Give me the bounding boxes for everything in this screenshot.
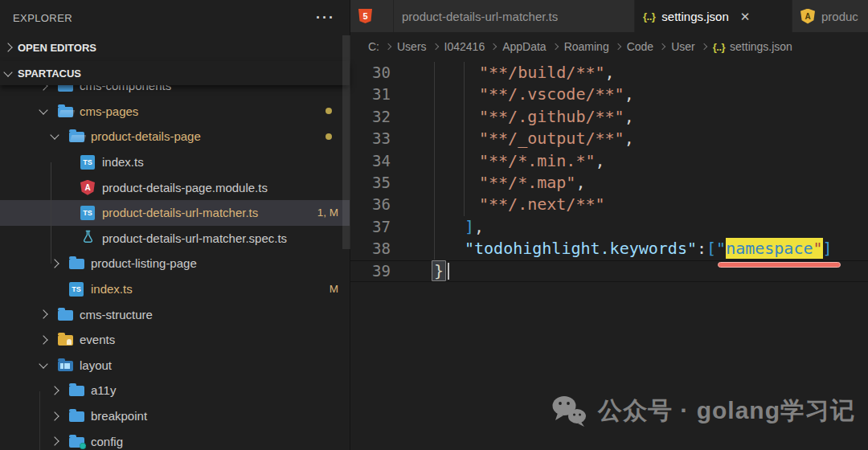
tab-label: produc — [821, 10, 858, 23]
code-token: , — [624, 84, 634, 104]
tree-chevron[interactable] — [36, 85, 51, 89]
tree-item-config[interactable]: config — [0, 428, 350, 450]
tree-item-cms-structure[interactable]: cms-structure — [0, 301, 350, 327]
typescript-icon: TS — [69, 282, 84, 297]
breadcrumb-item-C[interactable]: C: — [368, 40, 379, 53]
git-status-badge: 1, M — [317, 207, 338, 219]
tree-item-events[interactable]: events — [0, 327, 350, 353]
breadcrumb-item-User[interactable]: User — [671, 40, 695, 53]
breadcrumb-item-I042416[interactable]: I042416 — [444, 40, 485, 53]
section-open-editors[interactable]: OPEN EDITORS — [0, 35, 350, 59]
more-actions-icon[interactable]: ··· — [316, 14, 335, 22]
code-editor[interactable]: 30"**/build/**",31"**/.vscode/**",32"**/… — [350, 61, 868, 450]
chevron-right-icon — [39, 335, 47, 344]
code-line-30[interactable]: 30"**/build/**", — [350, 62, 868, 84]
line-number: 37 — [350, 216, 397, 238]
breadcrumb-item-Code[interactable]: Code — [627, 40, 653, 53]
tree-chevron[interactable] — [36, 337, 51, 343]
tab-produc[interactable]: Aproduc — [792, 0, 868, 32]
wechat-icon — [550, 394, 588, 428]
code-line-32[interactable]: 32"**/.github/**", — [350, 106, 868, 128]
code-line-content: "**/.vscode/**", — [397, 84, 634, 105]
tree-item-cms-pages[interactable]: cms-pages — [0, 99, 350, 125]
tree-chevron[interactable] — [36, 311, 51, 317]
folder-blue-open-icon — [58, 107, 73, 117]
tree-item-icon-box — [80, 230, 96, 246]
close-icon[interactable]: ✕ — [740, 10, 751, 22]
code-line-36[interactable]: 36"**/.next/**" — [350, 194, 868, 215]
code-line-34[interactable]: 34"**/*.min.*", — [350, 150, 868, 172]
code-token: "**/*.min.*" — [479, 151, 596, 170]
code-line-31[interactable]: 31"**/.vscode/**", — [350, 84, 868, 105]
tree-chevron[interactable] — [47, 413, 62, 419]
section-spartacus[interactable]: SPARTACUS — [0, 61, 350, 85]
code-token: : — [697, 239, 706, 258]
tree-chevron[interactable] — [47, 260, 62, 267]
breadcrumb-item-AppData[interactable]: AppData — [502, 40, 546, 53]
breadcrumb-item-Roaming[interactable]: Roaming — [564, 40, 609, 53]
tree-chevron[interactable] — [47, 134, 62, 138]
tab-product-details-url-matcher.ts[interactable]: product-details-url-matcher.ts — [394, 0, 635, 32]
breadcrumb-label: C: — [368, 40, 379, 53]
tree-item-product-details-page.module.ts[interactable]: Aproduct-details-page.module.ts — [0, 174, 350, 200]
code-token: ] — [465, 217, 474, 236]
editor-area: 5product-details-url-matcher.ts{..}setti… — [350, 0, 868, 450]
tree-item-product-details-url-matcher.ts[interactable]: TSproduct-details-url-matcher.ts1, M — [0, 200, 350, 226]
breadcrumb-label: User — [671, 40, 695, 53]
code-token: [" — [706, 239, 726, 258]
tab-bar: 5product-details-url-matcher.ts{..}setti… — [350, 0, 868, 32]
folder-config-icon — [69, 437, 84, 448]
tree-item-cms-components[interactable]: cms-components — [0, 85, 350, 99]
explorer-header: EXPLORER ··· — [0, 0, 350, 35]
chevron-right-icon — [39, 309, 47, 318]
breadcrumb-separator-icon — [551, 43, 558, 50]
sidebar-scrollbar[interactable] — [342, 35, 350, 249]
breadcrumb-separator-icon — [432, 43, 438, 50]
tree-chevron[interactable] — [47, 387, 62, 394]
tab-settings.json[interactable]: {..}settings.json✕ — [635, 0, 792, 32]
git-status-badge: M — [330, 283, 338, 295]
modified-dot-badge — [326, 133, 332, 140]
code-line-37[interactable]: 37], — [350, 216, 868, 238]
chevron-down-icon — [50, 131, 59, 140]
code-line-38[interactable]: 38"todohighlight.keywords":["namespace"] — [350, 238, 868, 260]
code-token: ] — [823, 239, 833, 258]
folder-blue-icon — [69, 411, 84, 422]
tree-chevron[interactable] — [36, 363, 51, 367]
tree-item-layout[interactable]: layout — [0, 353, 350, 378]
code-line-33[interactable]: 33"**/_output/**", — [350, 128, 868, 149]
watermark: 公众号 · golang学习记 — [550, 394, 855, 428]
code-line-35[interactable]: 35"**/*.map", — [350, 172, 868, 194]
tree-item-a11y[interactable]: a11y — [0, 378, 350, 403]
tree-item-icon-box — [57, 333, 73, 346]
folder-blue-icon — [69, 386, 84, 396]
section-label: SPARTACUS — [18, 68, 81, 80]
breadcrumb-item-Users[interactable]: Users — [397, 40, 427, 53]
code-token: , — [605, 63, 615, 82]
code-line-content: "**/*.map", — [397, 172, 585, 194]
explorer-title: EXPLORER — [13, 12, 72, 24]
tree-chevron[interactable] — [47, 438, 62, 444]
tree-item-index.ts[interactable]: TSindex.tsM — [0, 276, 350, 302]
tree-item-breakpoint[interactable]: breakpoint — [0, 403, 350, 429]
breadcrumb-item-settingsjson[interactable]: {..}settings.json — [713, 40, 792, 53]
tab-label: product-details-url-matcher.ts — [402, 10, 558, 23]
breadcrumb-separator-icon — [490, 43, 497, 50]
tree-item-index.ts[interactable]: TSindex.ts — [0, 149, 350, 175]
tree-chevron[interactable] — [36, 109, 51, 113]
breadcrumb-separator-icon — [385, 43, 391, 50]
angular-icon: A — [800, 9, 815, 24]
line-number: 30 — [350, 62, 397, 84]
tree-item-icon-box: TS — [80, 206, 96, 220]
chevron-right-icon — [39, 85, 47, 90]
code-token: "**/build/**" — [479, 63, 605, 82]
chevron-right-icon — [3, 43, 12, 51]
code-token: "todohighlight.keywords" — [465, 239, 697, 258]
tree-item-label: product-details-page — [91, 129, 201, 143]
tree-item-product-details-page[interactable]: product-details-page — [0, 124, 350, 149]
tree-item-label: cms-components — [80, 85, 171, 92]
tree-item-product-details-url-matcher.spec.ts[interactable]: product-details-url-matcher.spec.ts — [0, 226, 350, 252]
tree-item-product-listing-page[interactable]: product-listing-page — [0, 251, 350, 276]
tab-clipped[interactable]: 5 — [350, 0, 394, 32]
modified-dot-badge — [326, 108, 332, 114]
